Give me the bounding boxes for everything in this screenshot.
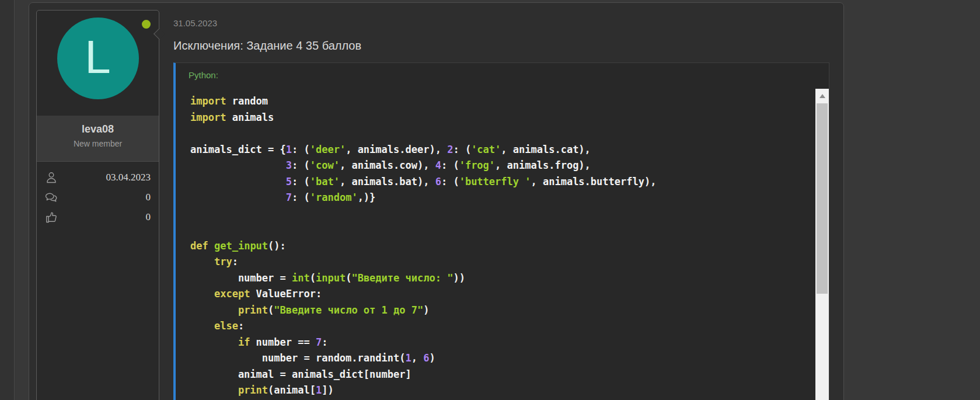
code-line: def get_input(): — [190, 238, 814, 255]
code-scrollbar[interactable] — [815, 89, 829, 400]
stat-row-reactions: 0 — [44, 207, 151, 227]
code-line: except ValueError: — [190, 286, 814, 302]
code-line — [190, 222, 814, 238]
forum-post: L leva08 New member 03.04.2023 — [29, 2, 844, 400]
scrollbar-up-button[interactable] — [815, 89, 829, 102]
user-title: New member — [37, 139, 159, 148]
reactions-count-value[interactable]: 0 — [146, 211, 151, 223]
comments-icon — [44, 190, 58, 204]
code-line: else: — [190, 318, 814, 335]
scrollbar-thumb[interactable] — [817, 103, 828, 294]
user-icon — [44, 171, 58, 185]
thumbs-up-icon — [44, 210, 58, 224]
page-left-rail — [0, 0, 15, 400]
stat-row-joined: 03.04.2023 — [44, 168, 151, 187]
user-stats: 03.04.2023 0 0 — [37, 161, 159, 227]
code-line: try: — [190, 254, 814, 270]
scroll-up-arrow-icon — [819, 94, 825, 98]
post-title: Исключения: Задание 4 35 баллов — [173, 38, 829, 53]
code-line — [190, 126, 814, 142]
code-line: import random — [190, 93, 814, 110]
code-line: 3: ('cow', animals.cow), 4: ('frog', ani… — [190, 158, 814, 174]
code-line: 7: ('random',)} — [190, 190, 814, 206]
code-line: import animals — [190, 110, 814, 126]
code-line: number = int(input("Введите число: ")) — [190, 270, 814, 287]
code-line — [190, 206, 814, 222]
forum-thread-page: L leva08 New member 03.04.2023 — [0, 0, 980, 400]
code-line: 5: ('bat', animals.bat), 6: ('butterfly … — [190, 174, 814, 190]
post-content: 31.05.2023 Исключения: Задание 4 35 балл… — [160, 3, 843, 400]
language-label-link[interactable]: Python: — [189, 70, 218, 80]
code-line: animal = animals_dict[number] — [190, 367, 814, 383]
code-block-header: Python: — [176, 63, 829, 89]
code-lines: import randomimport animals animals_dict… — [176, 89, 814, 400]
code-line: number = random.randint(1, 6) — [190, 350, 814, 367]
user-info-bar: leva08 New member — [37, 116, 159, 161]
post-date-link[interactable]: 31.05.2023 — [173, 18, 829, 28]
code-line: if number == 7: — [190, 335, 814, 351]
code-line: animals_dict = {1: ('deer', animals.deer… — [190, 142, 814, 158]
online-indicator — [142, 20, 151, 29]
code-block: Python: import randomimport animals anim… — [173, 62, 829, 400]
joined-date-value: 03.04.2023 — [106, 172, 151, 183]
code-line: print(animal[1]) — [190, 382, 814, 399]
code-line: print("Введите число от 1 до 7") — [190, 302, 814, 319]
user-card: L leva08 New member 03.04.2023 — [36, 10, 159, 400]
username-link[interactable]: leva08 — [37, 123, 159, 135]
avatar[interactable]: L — [57, 18, 139, 99]
messages-count-value[interactable]: 0 — [146, 192, 151, 203]
stat-row-messages: 0 — [44, 187, 151, 207]
